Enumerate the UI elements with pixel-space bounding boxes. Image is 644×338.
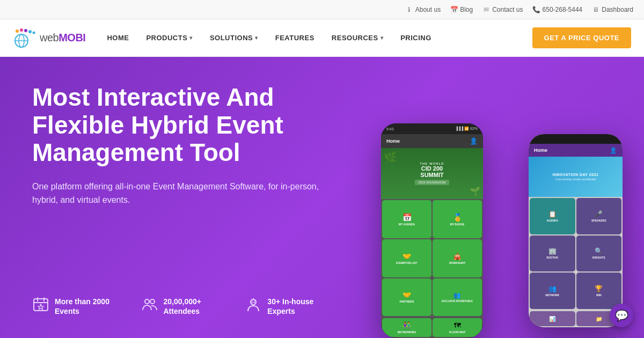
experts-icon [245, 296, 262, 317]
phone-left-screen: 9:43 ▐▐▐ 📶 82% Home 👤 THE WORLD CID 200 … [381, 123, 483, 338]
phone-right-grid-item-speakers: 🎤 SPEAKERS [576, 198, 622, 234]
info-icon: ℹ [406, 6, 413, 13]
svg-marker-16 [251, 298, 256, 303]
mail-icon: ✉ [482, 6, 490, 13]
stat-attendees: 20,00,000+ Attendees [141, 296, 223, 317]
phone-grid-item-partners: 🤝 PARTNERS [382, 278, 431, 316]
phone-grid-item-agenda: 📅 MY AGENDA [382, 200, 431, 238]
phone-left: 9:43 ▐▐▐ 📶 82% Home 👤 THE WORLD CID 200 … [381, 123, 483, 338]
topbar-phone-label: 650-268-5444 [543, 6, 583, 13]
phone-grid-item-workshop: 🎪 WORKSHOP [433, 239, 482, 277]
logo-mobi-text: MOBI [58, 32, 85, 43]
logo[interactable]: webMOBI [13, 28, 85, 48]
topbar-blog[interactable]: 📅 Blog [450, 6, 473, 13]
dashboard-icon: 🖥 [592, 6, 599, 13]
logo-web-text: web [40, 32, 58, 43]
phone-right-grid-item-booths: 🏢 BOOTHS [530, 236, 575, 272]
chevron-down-icon: ▾ [380, 35, 384, 41]
chat-icon: 💬 [615, 309, 628, 322]
logo-text-wrapper: webMOBI [40, 32, 85, 44]
svg-point-4 [33, 31, 35, 34]
phone-right-grid-item-win: 🏆 WIN [576, 273, 622, 309]
phone-grid-item-exhibitor: 🤝 EXHIBITOR LIST [382, 239, 431, 277]
topbar-about-label: About us [415, 6, 441, 13]
topbar-about[interactable]: ℹ About us [406, 6, 441, 13]
phone-right-grid-item-agenda: 📋 AGENDA [530, 198, 575, 234]
topbar-blog-label: Blog [460, 6, 473, 13]
hero-section: Most Interactive And Flexible Hybrid Eve… [0, 57, 644, 338]
topbar-dashboard[interactable]: 🖥 Dashboard [592, 6, 633, 13]
phone-grid-item-badge: 🏅 MY BADGE [433, 200, 482, 238]
svg-point-3 [28, 30, 32, 33]
svg-point-0 [16, 30, 19, 33]
topbar: ℹ About us 📅 Blog ✉ Contact us 📞 650-268… [0, 0, 644, 19]
phone-right-grid-item-network: 👥 NETWORK [530, 273, 575, 309]
hero-phones: 9:43 ▐▐▐ 📶 82% Home 👤 THE WORLD CID 200 … [354, 57, 644, 338]
topbar-contact-label: Contact us [492, 6, 523, 13]
phone-right-nav-title: Home [534, 148, 547, 153]
topbar-phone[interactable]: 📞 650-268-5444 [533, 6, 583, 13]
phone-left-nav-title: Home [386, 138, 400, 144]
nav-solutions[interactable]: SOLUTIONS ▾ [210, 34, 258, 42]
nav-resources[interactable]: RESOURCES ▾ [332, 34, 383, 42]
stat-events: More than 2000 Events [32, 296, 119, 317]
phone-right: Home 👤 INNOVATION DAY 2021 Connecting mi… [529, 134, 623, 327]
hero-title: Most Interactive And Flexible Hybrid Eve… [32, 84, 327, 167]
stat-experts: 30+ In-house Experts [245, 296, 327, 317]
navbar: webMOBI HOME PRODUCTS ▾ SOLUTIONS ▾ FEAT… [0, 19, 644, 57]
svg-point-2 [24, 29, 27, 32]
hero-content: Most Interactive And Flexible Hybrid Eve… [0, 57, 354, 338]
svg-point-1 [20, 28, 23, 32]
phone-right-screen: Home 👤 INNOVATION DAY 2021 Connecting mi… [529, 134, 623, 327]
phone-right-grid-item-insights: 🔍 INSIGHTS [576, 236, 622, 272]
nav-products[interactable]: PRODUCTS ▾ [146, 34, 192, 42]
chevron-down-icon: ▾ [255, 35, 258, 41]
attendees-icon [141, 296, 158, 317]
topbar-contact[interactable]: ✉ Contact us [482, 6, 523, 13]
hero-stats: More than 2000 Events 20,00,000+ Attende… [32, 296, 327, 317]
nav-home[interactable]: HOME [107, 34, 129, 42]
svg-point-14 [150, 299, 155, 304]
nav-pricing[interactable]: PRICING [400, 34, 431, 42]
hero-subtitle: One platform offering all-in-one Event M… [32, 180, 327, 207]
chat-bubble-button[interactable]: 💬 [610, 304, 633, 327]
stat-events-text: More than 2000 Events [55, 297, 119, 316]
calendar-icon: 📅 [450, 6, 458, 13]
nav-features[interactable]: FEATURES [275, 34, 314, 42]
events-icon [32, 296, 49, 317]
nav-links: HOME PRODUCTS ▾ SOLUTIONS ▾ FEATURES RES… [107, 34, 532, 42]
topbar-dashboard-label: Dashboard [602, 6, 633, 13]
stat-attendees-text: 20,00,000+ Attendees [163, 297, 223, 316]
chevron-down-icon: ▾ [189, 35, 193, 41]
svg-point-13 [145, 299, 149, 304]
get-price-quote-button[interactable]: GET A PRICE QUOTE [532, 27, 631, 48]
stat-experts-text: 30+ In-house Experts [267, 297, 327, 316]
phone-icon: 📞 [533, 6, 540, 13]
phone-grid-item-roundtable: 👥 EXCLUSIVE ROUNDTABLE [433, 278, 482, 316]
logo-icon [13, 28, 39, 48]
